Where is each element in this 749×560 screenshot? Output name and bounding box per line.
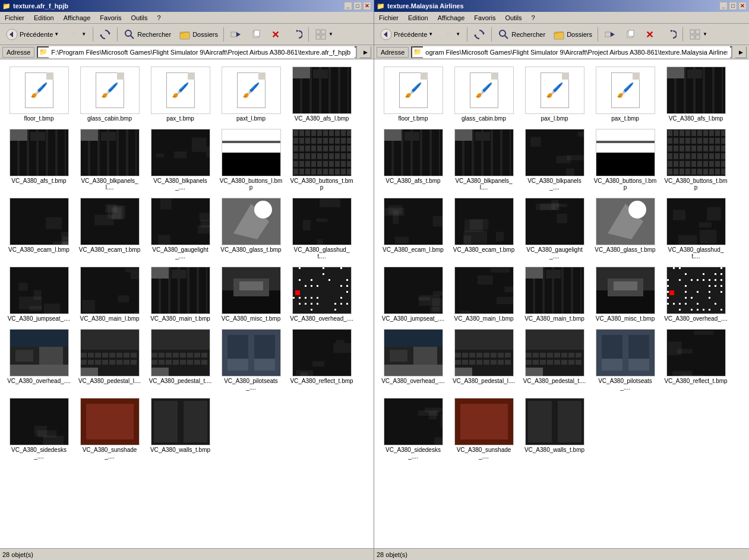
list-item[interactable]: VC_A380_buttons_t.bmp [287, 126, 356, 193]
list-item[interactable]: VC_A380_ecam_l.bmp [379, 195, 447, 262]
list-item[interactable]: 🖌️ glass_cabin.bmp [450, 64, 518, 124]
list-item[interactable]: VC_A380_misc_t.bmp [591, 264, 659, 324]
right-menu-outils[interactable]: Outils [503, 13, 524, 23]
list-item[interactable]: VC_A380_ecam_t.bmp [450, 195, 518, 262]
list-item[interactable]: 🖌️ glass_cabin.bmp [75, 64, 144, 124]
list-item[interactable]: VC_A380_ecam_l.bmp [5, 195, 73, 262]
list-item[interactable]: VC_A380_walls_t.bmp [146, 396, 214, 462]
right-refresh-button[interactable] [470, 26, 489, 43]
list-item[interactable]: VC_A380_sidedesks_.... [379, 396, 447, 462]
list-item[interactable]: VC_A380_main_l.bmp [75, 264, 144, 324]
right-maximize-button[interactable]: □ [729, 2, 737, 10]
list-item[interactable]: VC_A380_sunshade_.... [75, 396, 144, 462]
left-address-go-button[interactable]: ▶ [359, 46, 371, 58]
left-maximize-button[interactable]: □ [353, 2, 362, 10]
left-views-button[interactable]: ▼ [311, 26, 337, 43]
list-item[interactable]: VC_A380_main_t.bmp [146, 264, 214, 324]
left-copy-button[interactable] [246, 26, 266, 43]
list-item[interactable]: VC_A380_overhead_.... [5, 327, 73, 393]
list-item[interactable]: 🖌️ pax_t.bmp [146, 64, 214, 124]
list-item[interactable]: VC_A380_main_t.bmp [520, 264, 589, 324]
list-item[interactable]: VC_A380_glass_t.bmp [591, 195, 659, 262]
list-item[interactable]: VC_A380_pilotseats_.... [217, 327, 285, 393]
left-back-button[interactable]: Précédente ▼ [2, 26, 63, 43]
right-fwd-dropdown-icon[interactable]: ▼ [456, 31, 462, 37]
list-item[interactable]: VC_A380_jumpseat_.... [5, 264, 73, 324]
list-item[interactable]: VC_A380_ecam_t.bmp [75, 195, 144, 262]
list-item[interactable]: VC_A380_sunshade_.... [450, 396, 518, 462]
left-search-button[interactable]: Rechercher [120, 26, 174, 43]
list-item[interactable]: VC_A380_blkpanels_l.... [75, 126, 144, 193]
list-item[interactable]: VC_A380_buttons_l.bmp [591, 126, 659, 193]
list-item[interactable]: VC_A380_overhead_.... [287, 264, 356, 324]
right-undo-button[interactable] [661, 26, 680, 43]
list-item[interactable]: VC_A380_buttons_l.bmp [217, 126, 285, 193]
list-item[interactable]: VC_A380_afs_l.bmp [662, 64, 730, 124]
list-item[interactable]: VC_A380_gaugelight_.... [520, 195, 589, 262]
list-item[interactable]: VC_A380_glasshud_t.... [287, 195, 356, 262]
left-close-button[interactable]: ✕ [363, 2, 371, 10]
back-dropdown-icon[interactable]: ▼ [54, 31, 60, 37]
right-menu-edition[interactable]: Edition [406, 13, 431, 23]
list-item[interactable]: VC_A380_reflect_t.bmp [287, 327, 356, 393]
list-item[interactable]: VC_A380_reflect_t.bmp [662, 327, 730, 393]
left-menu-edition[interactable]: Edition [31, 13, 56, 23]
list-item[interactable]: VC_A380_pedestal_l.... [450, 327, 518, 393]
list-item[interactable]: VC_A380_jumpseat_.... [379, 264, 447, 324]
right-close-button[interactable]: ✕ [738, 2, 747, 10]
list-item[interactable]: 🖌️ floor_t.bmp [379, 64, 447, 124]
list-item[interactable]: VC_A380_pilotseats_.... [591, 327, 659, 393]
list-item[interactable]: VC_A380_blkpanels_.... [520, 126, 589, 193]
left-minimize-button[interactable]: _ [344, 2, 352, 10]
right-address-input[interactable] [423, 46, 730, 58]
right-menu-fichier[interactable]: Fichier [377, 13, 401, 23]
list-item[interactable]: VC_A380_overhead_.... [379, 327, 447, 393]
list-item[interactable]: VC_A380_afs_t.bmp [5, 126, 73, 193]
list-item[interactable]: VC_A380_glass_t.bmp [217, 195, 285, 262]
left-folders-button[interactable]: Dossiers [175, 26, 221, 43]
right-menu-affichage[interactable]: Affichage [435, 13, 467, 23]
list-item[interactable]: VC_A380_walls_t.bmp [520, 396, 589, 462]
list-item[interactable]: 🖌️ pax_l.bmp [520, 64, 589, 124]
list-item[interactable]: VC_A380_main_l.bmp [450, 264, 518, 324]
left-move-button[interactable] [226, 26, 245, 43]
list-item[interactable]: VC_A380_overhead_.... [662, 264, 730, 324]
views-dropdown-icon[interactable]: ▼ [328, 31, 334, 37]
right-views-button[interactable]: ▼ [685, 26, 712, 43]
list-item[interactable]: VC_A380_gaugelight_.... [146, 195, 214, 262]
list-item[interactable]: VC_A380_pedestal_t.... [146, 327, 214, 393]
right-menu-favoris[interactable]: Favoris [472, 13, 498, 23]
list-item[interactable]: VC_A380_blkpanels_l.... [450, 126, 518, 193]
right-delete-button[interactable]: ✕ [641, 26, 660, 43]
left-delete-button[interactable]: ✕ [267, 26, 286, 43]
right-address-go-button[interactable]: ▶ [735, 46, 747, 58]
right-views-dropdown-icon[interactable]: ▼ [703, 31, 709, 37]
list-item[interactable]: 🖌️ pax_t.bmp [591, 64, 659, 124]
list-item[interactable]: VC_A380_sidedesks_.... [5, 396, 73, 462]
left-menu-outils[interactable]: Outils [128, 13, 150, 23]
list-item[interactable]: VC_A380_glasshud_t.... [662, 195, 730, 262]
left-menu-help[interactable]: ? [155, 13, 163, 23]
left-address-input[interactable] [49, 46, 355, 58]
list-item[interactable]: VC_A380_afs_t.bmp [379, 126, 447, 193]
right-forward-button[interactable]: ▼ [438, 26, 464, 43]
right-back-dropdown-icon[interactable]: ▼ [428, 31, 434, 37]
left-menu-favoris[interactable]: Favoris [97, 13, 124, 23]
right-menu-help[interactable]: ? [529, 13, 538, 23]
list-item[interactable]: VC_A380_buttons_t.bmp [662, 126, 730, 193]
right-move-button[interactable] [601, 26, 620, 43]
fwd-dropdown-icon[interactable]: ▼ [81, 31, 87, 37]
right-search-button[interactable]: Rechercher [494, 26, 548, 43]
list-item[interactable]: VC_A380_pedestal_t.... [520, 327, 589, 393]
list-item[interactable]: 🖌️ paxt_l.bmp [217, 64, 285, 124]
left-undo-button[interactable] [287, 26, 306, 43]
right-minimize-button[interactable]: _ [719, 2, 728, 10]
list-item[interactable]: VC_A380_pedestal_l.... [75, 327, 144, 393]
right-back-button[interactable]: Précédente ▼ [377, 26, 437, 43]
left-menu-affichage[interactable]: Affichage [61, 13, 93, 23]
list-item[interactable]: VC_A380_afs_l.bmp [287, 64, 356, 124]
list-item[interactable]: VC_A380_misc_t.bmp [217, 264, 285, 324]
right-folders-button[interactable]: Dossiers [549, 26, 595, 43]
left-menu-fichier[interactable]: Fichier [2, 13, 27, 23]
list-item[interactable]: 🖌️ floor_t.bmp [5, 64, 73, 124]
